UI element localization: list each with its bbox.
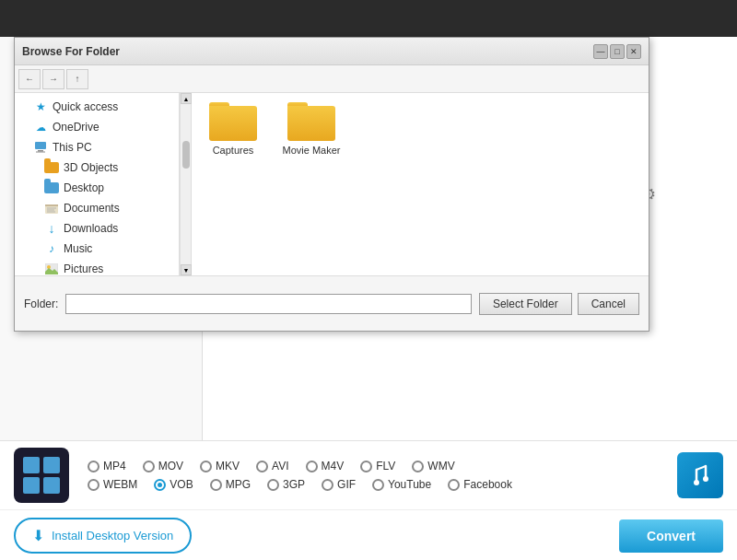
nav-pane: ★ Quick access ☁ OneDrive This PC bbox=[15, 93, 180, 275]
grid-cell-1 bbox=[23, 457, 40, 473]
folder-documents-icon bbox=[44, 201, 59, 216]
format-radio-groups: MP4 MOV MKV AVI bbox=[88, 460, 668, 491]
folder-movie-maker[interactable]: Movie Maker bbox=[279, 102, 344, 156]
cloud-icon: ☁ bbox=[33, 120, 48, 134]
format-facebook[interactable]: Facebook bbox=[448, 478, 512, 491]
dialog-title-controls: — □ ✕ bbox=[593, 44, 641, 59]
radio-facebook[interactable] bbox=[448, 479, 460, 491]
radio-3gp[interactable] bbox=[267, 479, 279, 491]
maximize-button[interactable]: □ bbox=[610, 44, 625, 59]
format-gif[interactable]: GIF bbox=[322, 478, 356, 491]
radio-wmv[interactable] bbox=[412, 461, 424, 472]
radio-avi[interactable] bbox=[256, 461, 268, 472]
nav-item-downloads[interactable]: ↓ Downloads bbox=[15, 218, 179, 239]
folder-movie-maker-icon bbox=[287, 102, 335, 141]
computer-icon bbox=[33, 140, 48, 155]
radio-webm[interactable] bbox=[88, 479, 99, 491]
select-folder-button[interactable]: Select Folder bbox=[479, 293, 572, 315]
format-avi[interactable]: AVI bbox=[256, 460, 288, 472]
music-icon: ♪ bbox=[44, 241, 59, 256]
folder-captures-icon bbox=[209, 102, 257, 141]
radio-mpg[interactable] bbox=[210, 479, 222, 491]
format-vob[interactable]: VOB bbox=[154, 478, 193, 491]
install-button[interactable]: ⬇ Install Desktop Version bbox=[14, 518, 192, 554]
folder-input[interactable] bbox=[65, 294, 472, 314]
format-mpg[interactable]: MPG bbox=[210, 478, 251, 491]
radio-vob[interactable] bbox=[154, 479, 166, 491]
svg-point-16 bbox=[703, 476, 708, 482]
format-webm[interactable]: WEBM bbox=[88, 478, 137, 491]
svg-rect-0 bbox=[35, 142, 46, 149]
grid-cell-3 bbox=[23, 477, 40, 494]
dialog-body: ★ Quick access ☁ OneDrive This PC bbox=[15, 93, 649, 275]
radio-mp4[interactable] bbox=[88, 461, 99, 472]
app-container: VOB ⚙ Browse For Folder — □ ✕ ← → ↑ bbox=[0, 0, 737, 560]
top-bar bbox=[0, 0, 737, 37]
format-mov[interactable]: MOV bbox=[143, 460, 183, 472]
format-mp4[interactable]: MP4 bbox=[88, 460, 126, 472]
pictures-icon bbox=[44, 262, 59, 275]
nav-pane-container: ★ Quick access ☁ OneDrive This PC bbox=[15, 93, 192, 275]
svg-rect-2 bbox=[36, 152, 45, 153]
svg-rect-1 bbox=[38, 150, 43, 152]
radio-mov[interactable] bbox=[143, 461, 155, 472]
radio-mkv[interactable] bbox=[200, 461, 212, 472]
folder-movie-maker-label: Movie Maker bbox=[283, 145, 341, 156]
nav-item-documents[interactable]: Documents bbox=[15, 198, 179, 218]
nav-item-pictures[interactable]: Pictures bbox=[15, 259, 179, 275]
download-icon: ⬇ bbox=[32, 527, 44, 544]
forward-button[interactable]: → bbox=[42, 69, 64, 89]
nav-item-3d-objects[interactable]: 3D Objects bbox=[15, 158, 179, 178]
close-button[interactable]: ✕ bbox=[626, 44, 641, 59]
format-grid-icon-container bbox=[14, 448, 69, 503]
scroll-down-button[interactable]: ▼ bbox=[181, 264, 192, 275]
main-area: VOB ⚙ Browse For Folder — □ ✕ ← → ↑ bbox=[0, 37, 737, 451]
format-row-2: WEBM VOB MPG 3GP bbox=[88, 478, 668, 491]
dialog-title-bar: Browse For Folder — □ ✕ bbox=[15, 38, 649, 65]
nav-item-music[interactable]: ♪ Music bbox=[15, 239, 179, 259]
grid-cell-4 bbox=[43, 477, 60, 494]
grid-cell-2 bbox=[43, 457, 60, 473]
svg-rect-4 bbox=[45, 204, 58, 206]
scroll-thumb[interactable] bbox=[182, 141, 190, 169]
bottom-section: MP4 MOV MKV AVI bbox=[0, 440, 737, 560]
bottom-action-bar: ⬇ Install Desktop Version Convert bbox=[0, 510, 737, 560]
music-icon-container bbox=[677, 452, 723, 498]
folder-captures[interactable]: Captures bbox=[201, 102, 265, 156]
svg-point-15 bbox=[694, 480, 699, 485]
back-button[interactable]: ← bbox=[18, 69, 41, 89]
folder-desktop-icon bbox=[44, 181, 59, 195]
music-note-icon bbox=[687, 462, 713, 488]
radio-m4v[interactable] bbox=[306, 461, 318, 472]
nav-item-desktop[interactable]: Desktop bbox=[15, 178, 179, 198]
up-button[interactable]: ↑ bbox=[66, 69, 88, 89]
format-row-1: MP4 MOV MKV AVI bbox=[88, 460, 668, 472]
nav-item-this-pc[interactable]: This PC bbox=[15, 137, 179, 158]
file-dialog: Browse For Folder — □ ✕ ← → ↑ bbox=[14, 37, 649, 332]
nav-item-onedrive[interactable]: ☁ OneDrive bbox=[15, 117, 179, 137]
downloads-icon: ↓ bbox=[44, 221, 59, 236]
star-icon: ★ bbox=[33, 99, 48, 114]
dialog-toolbar: ← → ↑ bbox=[15, 65, 649, 93]
format-youtube[interactable]: YouTube bbox=[372, 478, 431, 491]
folder-captures-label: Captures bbox=[213, 145, 254, 156]
minimize-button[interactable]: — bbox=[593, 44, 608, 59]
scroll-up-button[interactable]: ▲ bbox=[181, 93, 192, 104]
convert-button[interactable]: Convert bbox=[619, 519, 723, 553]
format-wmv[interactable]: WMV bbox=[412, 460, 454, 472]
cancel-button[interactable]: Cancel bbox=[578, 293, 639, 315]
dialog-title: Browse For Folder bbox=[22, 45, 593, 58]
format-flv[interactable]: FLV bbox=[360, 460, 395, 472]
files-pane: Captures Movie Maker bbox=[192, 93, 649, 275]
format-m4v[interactable]: M4V bbox=[306, 460, 345, 472]
format-3gp[interactable]: 3GP bbox=[267, 478, 305, 491]
radio-gif[interactable] bbox=[322, 479, 333, 491]
radio-youtube[interactable] bbox=[372, 479, 384, 491]
nav-item-quick-access[interactable]: ★ Quick access bbox=[15, 97, 179, 117]
nav-scrollbar: ▲ ▼ bbox=[180, 93, 191, 275]
folder-label: Folder: bbox=[24, 298, 58, 310]
format-mkv[interactable]: MKV bbox=[200, 460, 240, 472]
format-bar: MP4 MOV MKV AVI bbox=[0, 441, 737, 510]
dialog-bottom: Folder: Select Folder Cancel bbox=[15, 275, 649, 331]
radio-flv[interactable] bbox=[360, 461, 372, 472]
